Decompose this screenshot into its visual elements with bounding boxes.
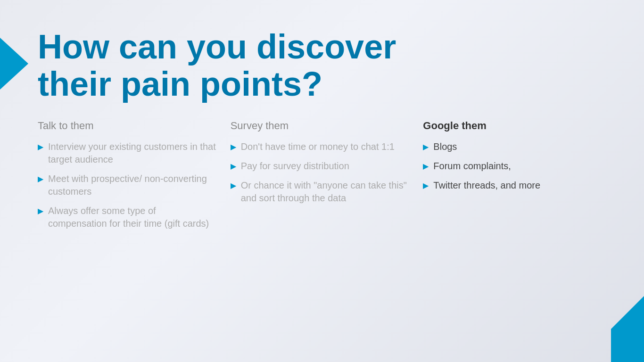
page-title: How can you discover their pain points? [38,28,616,103]
column-header-survey: Survey them [231,120,409,132]
bullet-arrow-icon: ▶ [231,142,236,152]
bullet-list-google: ▶Blogs▶Forum complaints,▶Twitter threads… [423,140,602,192]
bullet-arrow-icon: ▶ [423,161,429,172]
list-item: ▶Blogs [423,140,602,153]
bullet-arrow-icon: ▶ [231,161,236,172]
bullet-item-text: Interview your existing customers in tha… [48,140,216,166]
bullet-item-text: Always offer some type of compensation f… [48,205,216,230]
bullet-item-text: Forum complaints, [433,160,602,173]
column-survey: Survey them▶Don't have time or money to … [231,120,423,237]
bullet-arrow-icon: ▶ [231,181,236,191]
column-google: Google them▶Blogs▶Forum complaints,▶Twit… [423,120,616,237]
bullet-arrow-icon: ▶ [423,181,429,191]
list-item: ▶Pay for survey distribution [231,160,409,173]
list-item: ▶Always offer some type of compensation … [38,205,216,230]
bullet-arrow-icon: ▶ [38,206,43,216]
title-line2: their pain points? [38,65,322,103]
bullet-list-survey: ▶Don't have time or money to chat 1:1▶Pa… [231,140,409,205]
bullet-arrow-icon: ▶ [423,142,429,152]
list-item: ▶Meet with prospective/ non-converting c… [38,173,216,198]
column-talk: Talk to them▶Interview your existing cus… [38,120,231,237]
bullet-item-text: Pay for survey distribution [241,160,409,173]
page-content: How can you discover their pain points? … [0,0,644,362]
list-item: ▶Interview your existing customers in th… [38,140,216,166]
bullet-arrow-icon: ▶ [38,142,43,152]
column-header-google: Google them [423,120,602,132]
bullet-item-text: Blogs [433,140,602,153]
column-header-talk: Talk to them [38,120,216,132]
bullet-item-text: Don't have time or money to chat 1:1 [241,140,409,153]
bullet-arrow-icon: ▶ [38,174,43,184]
title-line1: How can you discover [38,28,396,66]
list-item: ▶Forum complaints, [423,160,602,173]
bullet-item-text: Or chance it with "anyone can take this"… [241,179,409,205]
bullet-item-text: Meet with prospective/ non-converting cu… [48,173,216,198]
list-item: ▶Don't have time or money to chat 1:1 [231,140,409,153]
list-item: ▶Twitter threads, and more [423,179,602,192]
bullet-item-text: Twitter threads, and more [433,179,602,192]
bullet-list-talk: ▶Interview your existing customers in th… [38,140,216,230]
list-item: ▶Or chance it with "anyone can take this… [231,179,409,205]
columns-container: Talk to them▶Interview your existing cus… [38,120,616,237]
